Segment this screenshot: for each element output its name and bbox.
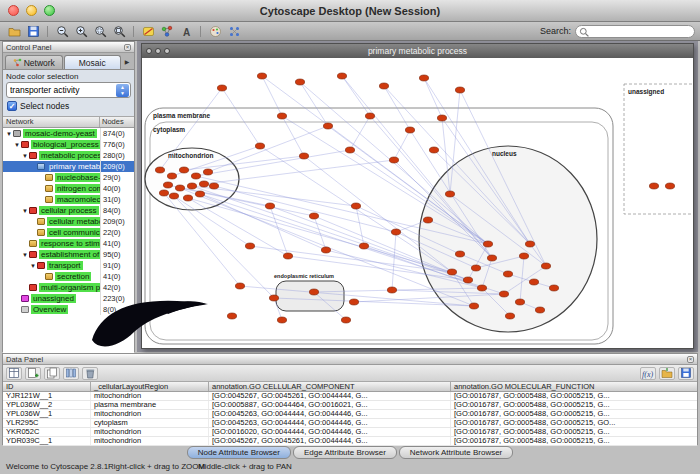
graph-edge[interactable] (342, 76, 370, 116)
tab-scroll-right-button[interactable]: ▶ (122, 55, 132, 69)
open-session-button[interactable] (5, 24, 23, 39)
graph-node[interactable] (519, 253, 528, 259)
tab-edge-attribute-browser[interactable]: Edge Attribute Browser (293, 446, 397, 459)
graph-node[interactable] (209, 183, 218, 189)
graph-node[interactable] (549, 285, 558, 291)
minimize-window-button[interactable] (26, 5, 37, 16)
save-session-button[interactable] (24, 24, 42, 39)
tree-item[interactable]: cell communicati22(0) (3, 227, 134, 238)
data-panel-close-button[interactable]: × (687, 356, 694, 363)
tab-network[interactable]: Network (5, 55, 63, 69)
tree-item[interactable]: ▼biological_process776(0) (3, 139, 134, 150)
graph-node[interactable] (245, 243, 254, 249)
select-nodes-checkbox[interactable]: ✓ (7, 101, 17, 111)
graph-node[interactable] (419, 75, 428, 81)
search-box[interactable] (575, 25, 695, 38)
graph-node[interactable] (529, 279, 538, 285)
graph-node[interactable] (359, 243, 368, 249)
graph-node[interactable] (295, 79, 304, 85)
graph-edge[interactable] (262, 76, 488, 244)
graph-node[interactable] (337, 73, 346, 79)
graph-edge[interactable] (314, 216, 326, 250)
graph-node[interactable] (309, 213, 318, 219)
zoom-fit-content-button[interactable] (110, 24, 128, 39)
tab-node-attribute-browser[interactable]: Node Attribute Browser (187, 446, 291, 459)
graph-node[interactable] (387, 287, 396, 293)
table-row[interactable]: YJR121W__1mitochondrion[GO:0045267, GO:0… (3, 392, 697, 401)
graph-node[interactable] (217, 85, 226, 91)
zoom-in-button[interactable] (72, 24, 90, 39)
graph-node[interactable] (483, 241, 492, 247)
table-row[interactable]: YDR039C__1mitochondrion[GO:0045267, GO:0… (3, 437, 697, 446)
graph-node[interactable] (477, 285, 486, 291)
column-header-region[interactable]: _cellularLayoutRegion (91, 382, 209, 391)
select-attributes-button[interactable] (6, 367, 22, 380)
graph-edge[interactable] (350, 116, 370, 150)
graph-node[interactable] (379, 83, 388, 89)
table-row[interactable]: YLR295Ccytoplasm[GO:0045263, GO:0044444,… (3, 419, 697, 428)
graph-node[interactable] (299, 153, 308, 159)
graph-node[interactable] (505, 313, 514, 319)
graph-node[interactable] (309, 289, 318, 295)
graph-node[interactable] (405, 127, 414, 133)
graph-node[interactable] (321, 247, 330, 253)
zoom-out-button[interactable] (53, 24, 71, 39)
graph-node[interactable] (487, 255, 496, 261)
graph-node[interactable] (447, 269, 456, 275)
table-row[interactable]: YKR052Cmitochondrion[GO:0016020, GO:0044… (3, 428, 697, 437)
annotation-button[interactable]: A (177, 24, 195, 39)
create-attribute-button[interactable] (25, 367, 41, 380)
tree-item[interactable]: ▼cellular process84(0) (3, 205, 134, 216)
tab-network-attribute-browser[interactable]: Network Attribute Browser (399, 446, 513, 459)
graph-node[interactable] (365, 113, 374, 119)
layout-button[interactable] (225, 24, 243, 39)
tree-item[interactable]: ▼metabolic process280(0) (3, 150, 134, 161)
graph-node[interactable] (349, 299, 358, 305)
network-window-minimize-button[interactable] (155, 48, 161, 54)
graph-node[interactable] (463, 277, 472, 283)
graph-node[interactable] (227, 313, 236, 319)
tree-item[interactable]: ▼mosaic-demo-yeast874(0) (3, 128, 134, 139)
graph-node[interactable] (235, 283, 244, 289)
graph-node[interactable] (169, 193, 178, 199)
network-window-titlebar[interactable]: primary metabolic process (142, 44, 693, 58)
tree-item[interactable]: macromolecule m31(0) (3, 194, 134, 205)
order-columns-button[interactable] (63, 367, 79, 380)
expander-icon[interactable]: ▼ (21, 153, 29, 159)
graph-node[interactable] (429, 147, 438, 153)
network-view-window[interactable]: primary metabolic process plasma membran… (141, 43, 694, 349)
graph-edge[interactable] (392, 232, 396, 290)
vizmapper-button[interactable] (206, 24, 224, 39)
graph-node[interactable] (163, 182, 172, 188)
graph-edge[interactable] (300, 82, 328, 126)
zoom-selected-region-button[interactable] (91, 24, 109, 39)
tree-item[interactable]: primary metabolic209(0) (3, 161, 134, 172)
column-header-molecular-function[interactable]: annotation.GO MOLECULAR_FUNCTION (451, 382, 697, 391)
search-input[interactable] (591, 26, 687, 36)
graph-node[interactable] (345, 147, 354, 153)
expander-icon[interactable]: ▼ (21, 252, 29, 258)
graph-node[interactable] (257, 73, 266, 79)
save-attributes-button[interactable] (678, 367, 694, 380)
graph-edge[interactable] (262, 76, 282, 116)
graph-node[interactable] (351, 203, 360, 209)
node-color-combobox[interactable]: transporter activity ▲▼ (6, 82, 131, 98)
copy-attributes-button[interactable] (44, 367, 60, 380)
graph-node[interactable] (541, 263, 550, 269)
graph-node[interactable] (535, 307, 544, 313)
hide-selected-button[interactable] (139, 24, 157, 39)
graph-node[interactable] (167, 173, 176, 179)
function-builder-button[interactable]: f(x) (640, 367, 656, 380)
graph-node[interactable] (665, 183, 674, 189)
birds-eye-overview[interactable] (84, 288, 214, 358)
expander-icon[interactable]: ▼ (13, 142, 21, 148)
graph-node[interactable] (155, 167, 164, 173)
graph-node[interactable] (471, 265, 480, 271)
graph-node[interactable] (445, 191, 454, 197)
control-panel-close-button[interactable]: × (124, 44, 131, 51)
graph-node[interactable] (191, 173, 200, 179)
network-window-maximize-button[interactable] (164, 48, 170, 54)
graph-node[interactable] (277, 113, 286, 119)
graph-node[interactable] (341, 317, 350, 323)
window-titlebar[interactable]: Cytoscape Desktop (New Session) (0, 0, 700, 22)
